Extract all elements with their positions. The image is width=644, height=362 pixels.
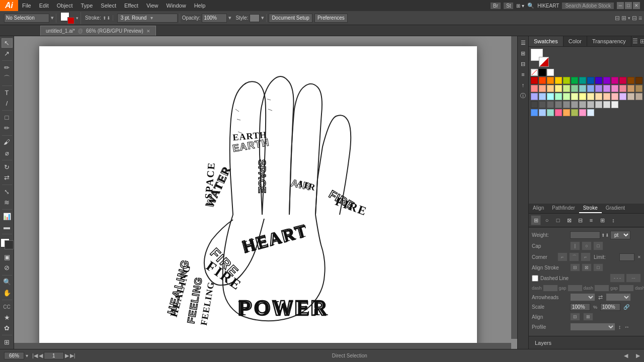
arrowhead-start[interactable] [570, 293, 595, 301]
swatch-b8[interactable] [587, 85, 594, 92]
layers-tab[interactable]: Layers [532, 339, 554, 347]
swatch-none[interactable] [531, 69, 538, 76]
select-tool[interactable]: ↖ [2, 38, 13, 48]
swatch-b10[interactable] [603, 85, 610, 92]
stroke-color[interactable] [67, 17, 74, 24]
swatch-2[interactable] [539, 77, 546, 84]
bevel-corner-btn[interactable]: ⌐ [581, 252, 591, 261]
swatch-g5[interactable] [563, 101, 570, 108]
asset-export-icon[interactable]: ↑ [519, 80, 528, 89]
scale-tool[interactable]: ⤡ [2, 187, 13, 197]
layers-icon[interactable]: ⊞ [519, 49, 528, 58]
cc-libraries-icon[interactable]: ≡ [519, 70, 528, 79]
swatch-c4[interactable] [555, 93, 562, 100]
swatch-b13[interactable] [627, 85, 634, 92]
stock-btn[interactable]: St [504, 3, 513, 9]
swatch-5[interactable] [563, 77, 570, 84]
swatch-b9[interactable] [595, 85, 602, 92]
swatch-9[interactable] [595, 77, 602, 84]
arrange-icon3[interactable]: ⊟ [632, 15, 637, 22]
swatch-c11[interactable] [611, 93, 618, 100]
swatch-g1[interactable] [531, 101, 538, 108]
scale-start-input[interactable] [570, 303, 590, 311]
preferences-button[interactable]: Preferences [314, 14, 348, 23]
swatch-14[interactable] [635, 77, 642, 84]
star-tool[interactable]: ★ [2, 313, 13, 322]
hand-tool[interactable]: ✋ [2, 288, 13, 298]
gap-2[interactable] [619, 285, 634, 292]
swatch-8[interactable] [587, 77, 594, 84]
blob-brush-tool[interactable]: ⌀ [2, 148, 13, 158]
swatch-10[interactable] [603, 77, 610, 84]
swatch-g8[interactable] [587, 101, 594, 108]
swatch-3[interactable] [547, 77, 554, 84]
background-color[interactable] [5, 240, 14, 249]
opacity-input[interactable] [202, 14, 227, 23]
swatch-b3[interactable] [547, 85, 554, 92]
swatch-g3[interactable] [547, 101, 554, 108]
search-stock-input[interactable]: Search Adobe Stock [562, 3, 614, 9]
pen-tool[interactable]: ✏ [2, 63, 13, 72]
align-btn-1[interactable]: ⊟ [570, 313, 580, 321]
panel-tool-7[interactable]: ⊞ [597, 215, 607, 225]
dashed-style-1[interactable]: - - - [610, 274, 625, 283]
limit-input[interactable] [619, 253, 634, 261]
dashed-checkbox[interactable] [532, 275, 538, 282]
next-page-btn[interactable]: ▶ [65, 352, 69, 359]
menu-select[interactable]: Select [97, 2, 120, 10]
cc-icon[interactable]: CC [2, 302, 13, 312]
swatch-g9[interactable] [595, 101, 602, 108]
canvas-area[interactable]: WATER EARTH SPACE AIR FIRE HEART HEALING… [14, 36, 517, 349]
scroll-right-btn[interactable]: ▶ [636, 352, 640, 359]
butt-cap-btn[interactable]: | [570, 241, 580, 250]
swatch-12[interactable] [619, 77, 626, 84]
workspace-btn[interactable]: ⊞ ▾ [516, 3, 524, 9]
swatch-b11[interactable] [611, 85, 618, 92]
swatch-b7[interactable] [579, 85, 586, 92]
swatch-e1[interactable] [531, 109, 538, 116]
gap-1[interactable] [568, 285, 583, 292]
center-align-btn[interactable]: ⊟ [570, 263, 580, 272]
swatch-c5[interactable] [563, 93, 570, 100]
reflect-tool[interactable]: ⇄ [2, 173, 13, 183]
info-icon[interactable]: ⓘ [519, 91, 528, 100]
menu-edit[interactable]: Edit [35, 2, 53, 10]
swatch-black[interactable] [539, 69, 546, 76]
selection-dropdown[interactable] [4, 14, 49, 23]
gradient-tab[interactable]: Gradient [602, 204, 629, 213]
dash-1[interactable] [543, 285, 558, 292]
swatch-c2[interactable] [539, 93, 546, 100]
swatch-c9[interactable] [595, 93, 602, 100]
horizontal-scrollbar[interactable] [14, 343, 511, 349]
swatch-g6[interactable] [571, 101, 578, 108]
menu-help[interactable]: Help [190, 2, 210, 10]
zoom-input[interactable] [4, 352, 24, 359]
arrowhead-end[interactable] [606, 293, 631, 301]
rect-tool[interactable]: □ [2, 113, 13, 122]
vertical-scrollbar[interactable] [511, 36, 517, 339]
weight-unit-select[interactable]: pt [610, 231, 630, 239]
swatch-1[interactable] [531, 77, 538, 84]
stroke-up-down[interactable]: ⬆⬇ [103, 16, 111, 21]
menu-window[interactable]: Window [163, 2, 190, 10]
projecting-cap-btn[interactable]: □ [593, 241, 603, 250]
swatch-b12[interactable] [619, 85, 626, 92]
flower-tool[interactable]: ✿ [2, 323, 13, 333]
swatch-g7[interactable] [579, 101, 586, 108]
weight-spinners[interactable]: ⬆⬇ [601, 233, 609, 238]
panel-tool-2[interactable]: ○ [542, 215, 552, 225]
panel-tool-4[interactable]: ⊠ [564, 215, 574, 225]
swatch-b5[interactable] [563, 85, 570, 92]
first-page-btn[interactable]: |◀ [32, 352, 38, 359]
arrange-icon4[interactable]: ≡ [638, 15, 642, 22]
panel-tool-1[interactable]: ⊞ [531, 215, 541, 225]
swatch-c12[interactable] [619, 93, 626, 100]
swatch-6[interactable] [571, 77, 578, 84]
dashed-style-2[interactable]: ··· [626, 274, 641, 283]
rotate-tool[interactable]: ↻ [2, 162, 13, 172]
style-color[interactable] [250, 14, 260, 22]
scale-link-icon[interactable]: 🔗 [623, 304, 629, 310]
menu-type[interactable]: Type [77, 2, 97, 10]
swatch-c10[interactable] [603, 93, 610, 100]
panel-tool-3[interactable]: □ [553, 215, 563, 225]
